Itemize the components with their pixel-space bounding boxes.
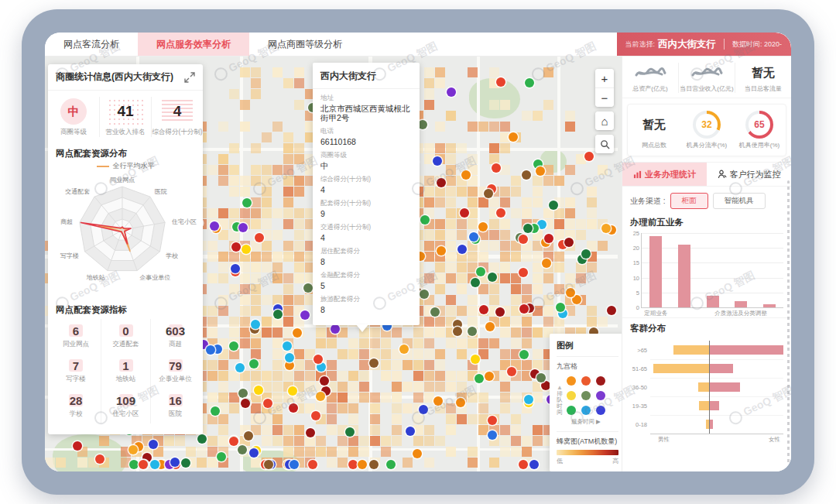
branch-dot: [358, 460, 367, 469]
female-bar: [709, 345, 783, 355]
top-bar: 网点客流分析网点服务效率分析网点商圈等级分析 当前选择: 西内大街支行 数据时间…: [45, 33, 791, 57]
home-button[interactable]: ⌂: [595, 111, 614, 130]
branch-dot: [150, 460, 159, 469]
tab-客户行为监控[interactable]: 客户行为监控: [707, 163, 791, 186]
indicator-label: 同业网点: [51, 340, 101, 349]
selection-ribbon: 当前选择: 西内大街支行 数据时间: 2020-: [617, 33, 791, 56]
branch-dot: [306, 428, 315, 437]
branch-dot: [197, 434, 207, 444]
branch-dot: [406, 427, 415, 436]
branch-dot: [437, 246, 446, 255]
pyramid-baseline: [650, 434, 783, 434]
branch-dot: [519, 460, 528, 469]
indicator-cell: 109住宅小区: [101, 389, 150, 423]
analysis-tab-bar: 业务办理统计客户行为监控: [622, 162, 791, 187]
kpi-row: 总资产(亿元)当日营业收入(亿元)暂无当日总客流量: [622, 57, 791, 98]
popup-field-value: 5: [320, 281, 412, 290]
popup-field-label: 配套得分(十分制): [320, 199, 412, 208]
legend-grid-dot: [567, 376, 576, 386]
branch-dot: [308, 460, 317, 469]
indicator-label: 住宅小区: [101, 410, 150, 419]
y-axis-tick: 5: [629, 289, 639, 296]
male-bar: [653, 364, 709, 373]
popup-field-label: 电话: [320, 127, 412, 136]
y-axis-tick: 10: [629, 274, 639, 281]
branch-dot: [556, 303, 565, 312]
branch-dot: [581, 249, 591, 259]
indicator-label: 学校: [51, 410, 101, 419]
summary-label: 商圈等级: [48, 128, 99, 137]
top-tab-bar: 网点客流分析网点服务效率分析网点商圈等级分析: [45, 33, 361, 56]
panel-scrollbar[interactable]: [787, 180, 790, 464]
branch-dot: [537, 220, 546, 229]
branch-dot: [479, 305, 488, 314]
summary-stats: 中商圈等级41营业收入排名4综合得分(十分制): [48, 91, 203, 142]
legend-grid-dot: [567, 391, 576, 400]
popup-field: 居住配套得分8: [320, 247, 412, 266]
legend-grid-title: 九宫格: [557, 362, 618, 372]
branch-dot: [206, 345, 215, 355]
legend-x-arrow: ▶: [596, 418, 601, 425]
branch-dot: [244, 431, 253, 441]
tab-网点客流分析[interactable]: 网点客流分析: [45, 33, 138, 56]
legend-grid-dot: [596, 391, 605, 400]
branch-dot: [522, 170, 531, 180]
channel-智能机具[interactable]: 智能机具: [713, 193, 766, 209]
map-controls: + − ⌂: [595, 69, 614, 153]
summary-number: 41: [117, 103, 133, 120]
branch-dot: [229, 341, 238, 351]
branch-dot: [488, 430, 497, 440]
x-axis-label: 介质激活及分类调整: [714, 310, 767, 317]
female-bar: [709, 401, 719, 410]
tab-网点商圈等级分析[interactable]: 网点商圈等级分析: [249, 33, 361, 56]
map-canvas[interactable]: 商圈统计信息(西内大街支行) 中商圈等级41营业收入排名4综合得分(十分制) 网…: [45, 57, 622, 471]
summary-stat: 中商圈等级: [48, 97, 99, 137]
branch-dot: [492, 163, 501, 173]
channel-柜面[interactable]: 柜面: [670, 193, 708, 209]
expand-icon[interactable]: [184, 72, 195, 83]
branch-dot: [437, 178, 446, 187]
bar-gridline: [642, 293, 783, 293]
zoom-in-button[interactable]: +: [595, 69, 614, 87]
branch-dot: [566, 288, 575, 297]
branch-dot: [211, 406, 220, 416]
branch-dot: [369, 358, 379, 368]
bar-gridline: [642, 262, 783, 263]
indicator-cell: 603商超: [150, 319, 200, 354]
branch-dot: [238, 389, 248, 398]
indicator-cell: 1地铁站: [101, 354, 150, 389]
branch-dot: [149, 440, 158, 449]
zoom-out-button[interactable]: −: [595, 87, 614, 107]
search-button[interactable]: [595, 135, 614, 153]
summary-label: 综合得分(十分制): [152, 128, 203, 137]
tab-业务办理统计[interactable]: 业务办理统计: [622, 163, 707, 186]
branch-dot: [303, 283, 313, 293]
bar-series-2: [678, 245, 690, 307]
indicator-value: 109: [116, 394, 135, 407]
popup-field: 综合得分(十分制)4: [320, 175, 412, 194]
legend-y-axis: ▲ 排 队 时 间: [557, 385, 563, 416]
branch-dot: [290, 460, 299, 469]
indicator-label: 医院: [151, 410, 200, 419]
branch-dot: [320, 376, 329, 386]
pyramid-category: 19-35: [627, 403, 647, 410]
indicator-cell: 16医院: [150, 389, 200, 423]
popup-field-label: 金融配套得分: [320, 271, 412, 280]
legend-grid-dot: [567, 406, 576, 415]
indicator-value: 16: [169, 394, 182, 407]
branch-dot: [519, 268, 528, 277]
branch-dot: [475, 374, 484, 383]
popup-field-label: 交通得分(十分制): [320, 223, 412, 232]
popup-title: 西内大街支行: [313, 63, 420, 89]
business-district-panel: 商圈统计信息(西内大街支行) 中商圈等级41营业收入排名4综合得分(十分制) 网…: [48, 64, 203, 434]
branch-dot: [73, 441, 82, 451]
atm-color-ramp: [557, 450, 618, 455]
branch-dot: [419, 405, 428, 414]
branch-dot: [507, 367, 516, 376]
tab-网点服务效率分析[interactable]: 网点服务效率分析: [138, 33, 249, 56]
branch-dot: [544, 234, 553, 243]
svg-text:商超: 商超: [60, 218, 73, 225]
y-axis-tick: 15: [629, 259, 639, 266]
indicator-label: 地铁站: [101, 375, 150, 384]
svg-text:企事业单位: 企事业单位: [139, 274, 170, 281]
